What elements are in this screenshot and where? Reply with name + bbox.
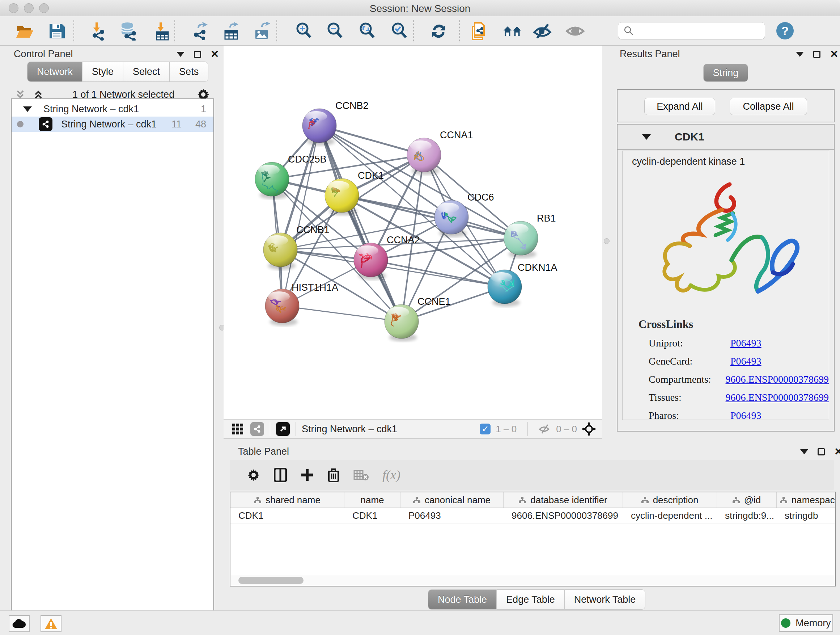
crosslink-link[interactable]: 9606.ENSP00000378699 [726, 392, 829, 403]
toolbar-separator [276, 20, 277, 42]
column-header-name[interactable]: name [344, 492, 401, 508]
open-session-icon[interactable] [15, 21, 34, 41]
panel-menu-icon[interactable] [800, 449, 808, 454]
cell-description[interactable]: cyclin-dependent ... [623, 508, 717, 523]
panel-float-icon[interactable] [194, 51, 201, 58]
gene-card-header[interactable]: CDK1 [617, 125, 834, 150]
refresh-icon[interactable] [429, 21, 448, 41]
column-label: description [653, 494, 699, 506]
network-status-dot [17, 121, 24, 127]
warning-icon[interactable] [41, 615, 62, 632]
column-header-@id[interactable]: @id [717, 492, 777, 508]
nav-separator [270, 422, 270, 436]
cell-name[interactable]: CDK1 [344, 508, 401, 523]
network-collection-row[interactable]: String Network – cdk1 1 [11, 101, 213, 117]
cloud-icon[interactable] [9, 615, 30, 632]
crosshair-icon[interactable] [582, 422, 596, 436]
network-view[interactable]: CCNB2CCNA1CDC25BCDK1CDC6RB1CCNB1CCNA2CDK… [224, 46, 602, 419]
zoom-out-icon[interactable] [325, 21, 345, 41]
tab-edge-table[interactable]: Edge Table [497, 589, 565, 610]
control-panel-tabs: NetworkStyleSelectSets [27, 62, 208, 82]
right-splitter-handle[interactable] [604, 238, 609, 244]
memory-button[interactable]: Memory [779, 614, 833, 632]
tab-string[interactable]: String [703, 64, 748, 82]
node-gloss [507, 224, 529, 234]
tab-select[interactable]: Select [123, 62, 170, 82]
show-columns-icon[interactable] [274, 468, 287, 482]
scrollbar-thumb[interactable] [238, 577, 303, 584]
panel-menu-icon[interactable] [796, 52, 804, 57]
results-panel-title: Results Panel [620, 49, 680, 60]
save-session-icon[interactable] [47, 21, 66, 41]
node-gloss [410, 141, 431, 150]
grid-view-icon[interactable] [232, 423, 244, 435]
column-header-shared-name[interactable]: shared name [231, 492, 344, 508]
cell-@id[interactable]: stringdb:9... [717, 508, 777, 523]
home-pair-icon[interactable] [503, 21, 523, 41]
column-header-database-identifier[interactable]: database identifier [504, 492, 623, 508]
panel-close-icon[interactable]: ✕ [834, 448, 840, 455]
tab-node-table[interactable]: Node Table [428, 589, 497, 610]
import-network-database-icon[interactable] [119, 21, 139, 41]
selected-checkbox-icon[interactable]: ✓ [480, 424, 491, 434]
table-row[interactable]: CDK1CDK1P064939606.ENSP00000378699cyclin… [231, 508, 835, 524]
global-search-field[interactable] [618, 22, 765, 40]
column-header-description[interactable]: description [623, 492, 717, 508]
delete-column-trash-icon[interactable] [327, 468, 340, 482]
show-all-icon[interactable] [565, 21, 585, 41]
panel-close-icon[interactable]: ✕ [210, 51, 219, 58]
column-header-canonical-name[interactable]: canonical name [401, 492, 504, 508]
panel-float-icon[interactable] [813, 51, 821, 58]
hide-selected-icon[interactable] [533, 21, 553, 41]
cell-database-identifier[interactable]: 9606.ENSP00000378699 [504, 508, 623, 523]
zoom-in-icon[interactable] [294, 21, 314, 41]
panel-menu-icon[interactable] [177, 52, 185, 57]
node-label-HIST1H1A: HIST1H1A [292, 282, 338, 293]
network-row-selected[interactable]: String Network – cdk1 11 48 [11, 117, 213, 132]
crosslink-link[interactable]: P06493 [730, 356, 761, 367]
add-column-icon[interactable] [301, 469, 314, 481]
zoom-selected-icon[interactable] [390, 21, 409, 41]
hidden-eye-icon[interactable] [538, 424, 551, 434]
crosslink-link[interactable]: P06493 [730, 337, 761, 349]
crosslink-link[interactable]: P06493 [730, 410, 761, 420]
edge-CDK1-RB1 [342, 195, 521, 238]
node-table[interactable]: shared namenamecanonical namedatabase id… [230, 492, 836, 586]
cell-canonical-name[interactable]: P06493 [401, 508, 504, 523]
crosslink-link[interactable]: 9606.ENSP00000378699 [726, 374, 829, 385]
selected-counts: 1 – 0 [496, 424, 516, 435]
control-panel-title: Control Panel [14, 49, 73, 60]
cell-namespace[interactable]: stringdb [777, 508, 836, 523]
search-input[interactable] [634, 25, 753, 36]
gene-card-body: cyclin-dependent kinase 1 CrossLinks [622, 150, 829, 420]
column-header-namespace[interactable]: namespace [777, 492, 836, 508]
import-network-icon[interactable] [88, 21, 107, 41]
column-label: namespace [791, 494, 836, 506]
crosslinks-heading: CrossLinks [638, 318, 829, 331]
export-network-icon[interactable] [190, 21, 210, 41]
cell-shared-name[interactable]: CDK1 [231, 508, 344, 523]
help-icon[interactable]: ? [776, 22, 794, 40]
toolbar-separator [413, 20, 414, 42]
hierarchy-icon [641, 494, 649, 506]
collapse-all-button[interactable]: Collapse All [729, 98, 807, 115]
open-in-browser-icon[interactable] [276, 422, 290, 436]
import-table-icon[interactable] [151, 21, 171, 41]
panel-float-icon[interactable] [818, 448, 825, 455]
tab-network[interactable]: Network [27, 62, 82, 82]
export-image-icon[interactable] [252, 21, 272, 41]
panel-close-icon[interactable]: ✕ [830, 51, 838, 58]
export-table-icon[interactable] [221, 21, 240, 41]
toolbar-separator [73, 20, 74, 42]
zoom-fit-icon[interactable] [358, 21, 377, 41]
table-settings-gear-icon[interactable] [247, 469, 260, 481]
tab-network-table[interactable]: Network Table [565, 589, 646, 610]
copy-network-icon[interactable] [470, 21, 489, 41]
tab-style[interactable]: Style [82, 62, 123, 82]
tab-sets[interactable]: Sets [170, 62, 208, 82]
tree-expander-icon[interactable] [23, 106, 32, 112]
gene-expander-icon[interactable] [642, 134, 651, 140]
horizontal-scrollbar[interactable] [231, 575, 834, 585]
network-share-icon[interactable] [250, 422, 264, 436]
expand-all-button[interactable]: Expand All [644, 98, 715, 115]
